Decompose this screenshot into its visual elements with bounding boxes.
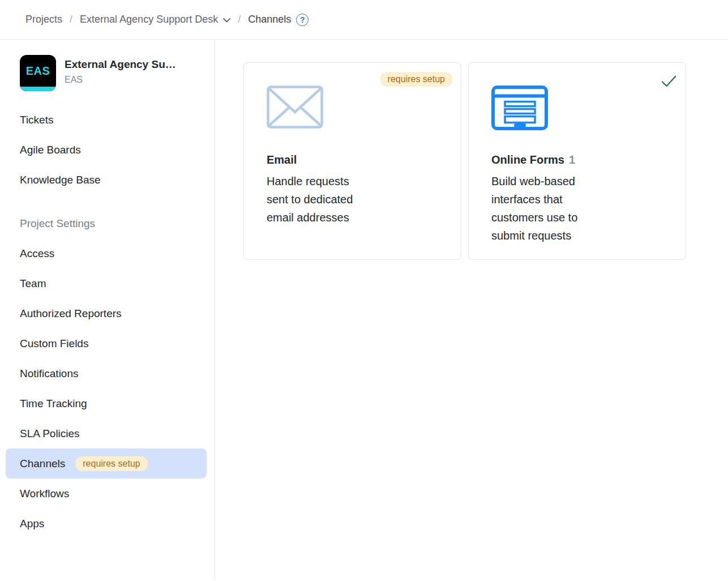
sidebar-item-label: Knowledge Base: [20, 174, 101, 186]
sidebar-item-label: Tickets: [20, 114, 53, 126]
sidebar-item-label: Workflows: [20, 488, 69, 500]
requires-setup-badge: requires setup: [380, 72, 452, 87]
sidebar-item-label: Apps: [20, 518, 44, 530]
sidebar-item-channels[interactable]: Channels requires setup: [6, 448, 207, 479]
project-avatar-text: EAS: [20, 55, 56, 87]
project-avatar: EAS: [20, 55, 56, 91]
breadcrumb-project-name: External Agency Support Desk: [80, 14, 218, 25]
sidebar-item-notifications[interactable]: Notifications: [6, 358, 207, 388]
channel-cards: requires setup Email Handle requests sen…: [243, 62, 728, 260]
main-content: requires setup Email Handle requests sen…: [215, 40, 728, 580]
card-description: Build web-based interfaces that customer…: [491, 172, 594, 245]
project-header: EAS External Agency Su… EAS: [0, 55, 215, 91]
sidebar-item-label: Authorized Reporters: [20, 307, 122, 320]
sidebar-item-label: Custom Fields: [20, 338, 88, 350]
sidebar-item-workflows[interactable]: Workflows: [6, 479, 207, 509]
sidebar-item-label: Channels: [20, 458, 65, 470]
breadcrumb-current-page: Channels: [248, 14, 291, 25]
sidebar-item-team[interactable]: Team: [6, 268, 207, 298]
sidebar-section-project-settings: Project Settings: [0, 208, 215, 238]
sidebar-item-label: Agile Boards: [20, 144, 81, 156]
sidebar-item-apps[interactable]: Apps: [6, 509, 207, 539]
sidebar-item-custom-fields[interactable]: Custom Fields: [6, 328, 207, 358]
checkmark-icon: [661, 75, 676, 89]
card-title: Online Forms: [491, 153, 564, 166]
sidebar-item-access[interactable]: Access: [6, 238, 207, 268]
sidebar-item-label: Time Tracking: [20, 398, 87, 410]
sidebar-item-label: Access: [20, 247, 54, 260]
chevron-down-icon: [223, 18, 230, 23]
sidebar-item-label: Team: [20, 277, 46, 290]
sidebar-item-knowledge-base[interactable]: Knowledge Base: [6, 165, 207, 195]
breadcrumb-bar: Projects / External Agency Support Desk …: [0, 0, 728, 40]
sidebar: EAS External Agency Su… EAS Tickets Agil…: [0, 40, 215, 580]
sidebar-item-tickets[interactable]: Tickets: [6, 105, 207, 135]
sidebar-item-label: Notifications: [20, 368, 79, 380]
project-selector-dropdown[interactable]: External Agency Support Desk: [80, 14, 230, 25]
sidebar-item-authorized-reporters[interactable]: Authorized Reporters: [6, 298, 207, 328]
project-avatar-accent-strip: [20, 87, 56, 91]
project-meta: External Agency Su… EAS: [65, 55, 176, 85]
help-icon[interactable]: ?: [296, 14, 309, 26]
email-envelope-icon: [267, 86, 438, 130]
channel-card-online-forms[interactable]: Online Forms 1 Build web-based interface…: [468, 62, 686, 260]
channel-card-email[interactable]: requires setup Email Handle requests sen…: [243, 62, 461, 260]
project-title: External Agency Su…: [65, 58, 176, 71]
requires-setup-badge: requires setup: [75, 456, 147, 471]
card-count: 1: [569, 153, 575, 166]
card-title: Email: [267, 153, 297, 166]
card-description: Handle requests sent to dedicated email …: [267, 172, 370, 227]
sidebar-item-time-tracking[interactable]: Time Tracking: [6, 388, 207, 418]
sidebar-item-label: SLA Policies: [20, 428, 80, 440]
sidebar-item-sla-policies[interactable]: SLA Policies: [6, 418, 207, 448]
online-form-icon: [491, 86, 663, 130]
breadcrumb: Projects / External Agency Support Desk …: [25, 14, 309, 26]
sidebar-nav: Tickets Agile Boards Knowledge Base Proj…: [0, 105, 215, 539]
breadcrumb-projects-link[interactable]: Projects: [25, 14, 62, 25]
breadcrumb-separator: /: [70, 14, 72, 25]
breadcrumb-separator: /: [238, 14, 241, 25]
project-key: EAS: [65, 75, 176, 85]
sidebar-item-agile-boards[interactable]: Agile Boards: [6, 135, 207, 165]
